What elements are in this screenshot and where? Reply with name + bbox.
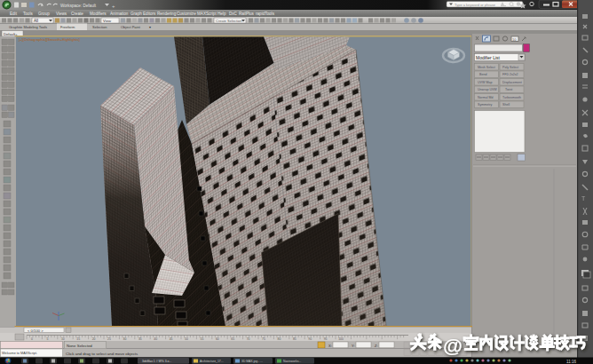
svg-text:95: 95 <box>324 337 328 341</box>
svg-text:0: 0 <box>31 337 33 341</box>
svg-text:35: 35 <box>138 337 142 341</box>
svg-text:3dsMax 1 # W% 3.o...: 3dsMax 1 # W% 3.o... <box>142 360 171 363</box>
svg-text:11:16: 11:16 <box>566 360 576 364</box>
svg-text:▾: ▾ <box>149 25 151 29</box>
svg-text:Default+: Default+ <box>4 32 18 36</box>
svg-text:+: + <box>112 4 115 9</box>
svg-text:65: 65 <box>231 337 234 341</box>
svg-text:100: 100 <box>338 337 344 341</box>
svg-text:Graph Editors: Graph Editors <box>130 12 156 16</box>
svg-text:Create Selection: Create Selection <box>216 19 242 23</box>
svg-text:Group: Group <box>38 12 50 16</box>
svg-text:UVW Map: UVW Map <box>478 81 492 84</box>
svg-text:40: 40 <box>154 337 157 341</box>
svg-text:25: 25 <box>107 337 111 341</box>
svg-text:FFD 2x2x2: FFD 2x2x2 <box>502 73 518 76</box>
svg-text:View: View <box>103 19 112 23</box>
svg-text:5: 5 <box>46 337 48 341</box>
svg-text:Workspace: Default: Workspace: Default <box>60 4 97 8</box>
svg-text:Mesh Select: Mesh Select <box>478 66 495 69</box>
svg-text:[+][Orthographic][Smooth+Highl: [+][Orthographic][Smooth+Highlights] <box>19 38 80 42</box>
svg-text:Symmetry: Symmetry <box>478 103 492 107</box>
svg-text:DxC: DxC <box>229 12 238 16</box>
svg-text:30: 30 <box>123 337 127 341</box>
svg-text:@: @ <box>443 335 463 357</box>
svg-text:Edit: Edit <box>10 12 18 16</box>
svg-text:Z:: Z: <box>375 344 378 348</box>
svg-text:Displacement: Displacement <box>502 81 522 84</box>
svg-text:20: 20 <box>92 337 96 341</box>
svg-text:Turbosmooth: Turbosmooth <box>502 96 521 99</box>
svg-text:rapidTools: rapidTools <box>256 12 275 16</box>
svg-text:Create: Create <box>71 12 83 16</box>
svg-text:Freeform: Freeform <box>60 25 75 29</box>
svg-text:RailPlus: RailPlus <box>239 12 255 16</box>
svg-text:80: 80 <box>278 337 281 341</box>
svg-text:70: 70 <box>247 337 250 341</box>
svg-text:Graphite Modeling Tools: Graphite Modeling Tools <box>9 25 47 29</box>
svg-text:50: 50 <box>185 337 188 341</box>
svg-text:45: 45 <box>170 337 173 341</box>
svg-text:75: 75 <box>262 337 265 341</box>
svg-text:Object Paint: Object Paint <box>121 25 141 29</box>
svg-text:None Selected: None Selected <box>67 344 92 348</box>
svg-text:15: 15 <box>76 337 80 341</box>
svg-text:Welcome to MAXScript.: Welcome to MAXScript. <box>2 352 37 355</box>
svg-text:Help: Help <box>217 12 226 16</box>
svg-text:Views: Views <box>56 12 67 16</box>
svg-text:Tools: Tools <box>23 12 33 16</box>
svg-text:X:: X: <box>328 344 332 348</box>
svg-text:Normal Md: Normal Md <box>478 96 494 99</box>
svg-text:Selection: Selection <box>92 25 107 29</box>
svg-text:Animation: Animation <box>110 12 129 16</box>
svg-text:10: 10 <box>512 37 517 42</box>
svg-text:3D MAX.jpg - ...: 3D MAX.jpg - ... <box>241 360 263 363</box>
svg-text:Modifiers: Modifiers <box>90 12 107 16</box>
svg-text:Navisworks...: Navisworks... <box>283 360 301 363</box>
svg-text:60: 60 <box>216 337 219 341</box>
svg-text:Poly Select: Poly Select <box>502 66 518 69</box>
svg-text:Architecture_17...: Architecture_17... <box>200 360 224 363</box>
svg-text:Bend: Bend <box>479 73 486 76</box>
svg-text:Y:: Y: <box>352 344 355 348</box>
svg-text:Customize: Customize <box>177 12 196 16</box>
svg-text:Rendering: Rendering <box>157 12 177 16</box>
svg-text:Click and drag to select and m: Click and drag to select and move object… <box>66 352 138 356</box>
svg-text:Twist: Twist <box>505 88 512 91</box>
svg-text:MAXScript: MAXScript <box>197 12 217 16</box>
svg-text:Type a keyword or phrase: Type a keyword or phrase <box>455 3 496 7</box>
svg-text:All: All <box>34 19 38 23</box>
svg-text:Unwrap UVW: Unwrap UVW <box>478 88 497 91</box>
svg-text:< 0/100 >: < 0/100 > <box>28 328 43 333</box>
svg-text:55: 55 <box>201 337 204 341</box>
svg-text:90: 90 <box>308 337 312 341</box>
svg-text:10: 10 <box>61 337 65 341</box>
svg-text:Modifier List: Modifier List <box>476 55 501 60</box>
svg-text:Shell: Shell <box>502 103 510 107</box>
svg-text:T: T <box>581 195 586 202</box>
svg-text:85: 85 <box>293 337 296 341</box>
